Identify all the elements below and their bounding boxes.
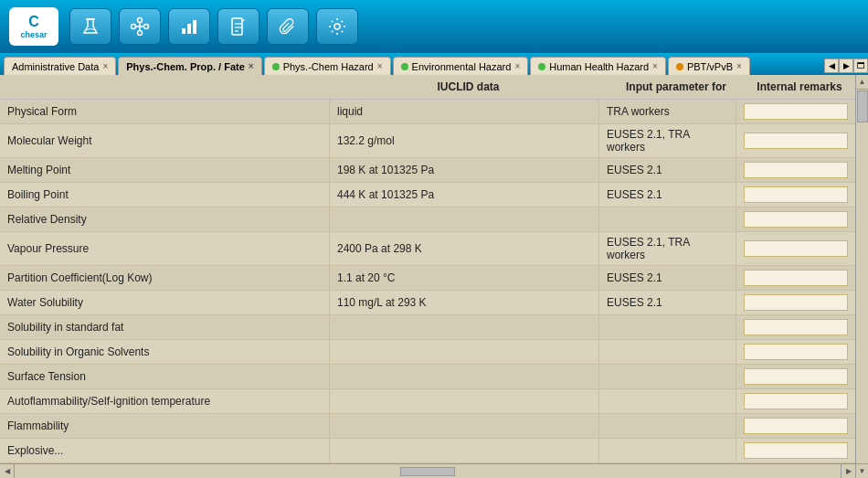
iuclid-sol-organic <box>329 340 598 364</box>
scroll-down-button[interactable]: ▼ <box>856 463 868 478</box>
horizontal-scrollbar[interactable]: ◀ ▶ <box>0 463 855 478</box>
property-explosive: Explosive... <box>0 439 329 462</box>
col-iuclid-header: IUCLID data <box>329 80 608 93</box>
remarks-partition-coeff <box>736 266 855 290</box>
vertical-scrollbar[interactable]: ▲ ▼ <box>855 75 868 478</box>
tabs-nav: ◀ ▶ 🗖 <box>824 58 868 75</box>
hscroll-thumb[interactable] <box>400 467 455 476</box>
tab-phys-hazard[interactable]: Phys.-Chem Hazard × <box>264 57 391 75</box>
structure-button[interactable] <box>119 8 161 45</box>
input-autoflam <box>598 389 736 413</box>
table-row: Explosive... <box>0 439 855 463</box>
tab-env-hazard[interactable]: Environmental Hazard × <box>393 57 529 75</box>
tab-health-hazard-close[interactable]: × <box>652 61 658 71</box>
svg-rect-8 <box>187 24 191 34</box>
remarks-molecular-weight-input[interactable] <box>744 133 848 149</box>
table-row: Surface Tension <box>0 365 855 389</box>
tab-pbt[interactable]: PBT/vPvB × <box>668 57 750 75</box>
property-melting-point: Melting Point <box>0 158 329 182</box>
input-surface-tension <box>598 365 736 388</box>
tab-env-hazard-close[interactable]: × <box>514 61 520 71</box>
table-row: Physical Form liquid TRA workers <box>0 100 855 124</box>
scroll-up-button[interactable]: ▲ <box>856 75 868 90</box>
clip-button[interactable] <box>267 8 309 45</box>
settings-button[interactable] <box>316 8 358 45</box>
remarks-explosive-input[interactable] <box>744 442 848 459</box>
scroll-left-button[interactable]: ◀ <box>0 464 15 478</box>
tab-health-hazard[interactable]: Human Health Hazard × <box>530 57 666 75</box>
hscroll-track <box>15 467 841 476</box>
logo-letter: C <box>20 14 47 30</box>
remarks-sol-std-fat-input[interactable] <box>744 319 848 335</box>
flask-button[interactable] <box>69 8 111 45</box>
remarks-physical-form-input[interactable] <box>744 103 848 120</box>
remarks-molecular-weight <box>736 124 855 157</box>
remarks-flammability-input[interactable] <box>744 418 848 434</box>
property-autoflam: Autoflammability/Self-ignition temperatu… <box>0 389 329 413</box>
tab-administrative-close[interactable]: × <box>102 61 108 71</box>
remarks-sol-std-fat <box>736 315 855 339</box>
svg-point-14 <box>334 24 340 29</box>
iuclid-autoflam <box>329 389 598 413</box>
chart-button[interactable] <box>168 8 210 45</box>
remarks-melting-point <box>736 158 855 182</box>
remarks-flammability <box>736 414 855 438</box>
input-flammability <box>598 414 736 438</box>
table-row: Water Solubility 110 mg/L at 293 K EUSES… <box>0 291 855 315</box>
logo: C chesar <box>9 7 58 46</box>
iuclid-sol-std-fat <box>329 315 598 339</box>
remarks-autoflam-input[interactable] <box>744 393 848 409</box>
tab-pbt-close[interactable]: × <box>736 61 742 71</box>
iuclid-melting-point: 198 K at 101325 Pa <box>329 158 598 182</box>
property-sol-organic: Solubility in Organic Solvents <box>0 340 329 364</box>
property-flammability: Flammability <box>0 414 329 438</box>
scroll-thumb[interactable] <box>857 90 868 122</box>
svg-point-2 <box>138 18 143 23</box>
col-input-header: Input parameter for <box>608 80 745 93</box>
tab-health-hazard-label: Human Health Hazard <box>549 61 649 72</box>
svg-rect-7 <box>182 28 185 34</box>
remarks-sol-organic-input[interactable] <box>744 344 848 360</box>
tab-phys-chem[interactable]: Phys.-Chem. Prop. / Fate × <box>118 57 261 75</box>
input-sol-organic <box>598 340 736 364</box>
table-row: Molecular Weight 132.2 g/mol EUSES 2.1, … <box>0 124 855 158</box>
scroll-right-button[interactable]: ▶ <box>841 464 855 478</box>
tab-phys-chem-close[interactable]: × <box>249 61 254 71</box>
tabs-maximize[interactable]: 🗖 <box>853 58 868 73</box>
table-row: Melting Point 198 K at 101325 Pa EUSES 2… <box>0 158 855 183</box>
property-surface-tension: Surface Tension <box>0 365 329 388</box>
remarks-boiling-point-input[interactable] <box>744 186 848 203</box>
tab-phys-hazard-label: Phys.-Chem Hazard <box>283 61 374 72</box>
table-row: Vapour Pressure 2400 Pa at 298 K EUSES 2… <box>0 232 855 266</box>
remarks-surface-tension-input[interactable] <box>744 368 848 385</box>
document-button[interactable] <box>217 8 259 45</box>
table-row: Solubility in standard fat <box>0 315 855 340</box>
svg-rect-10 <box>232 18 242 35</box>
tab-administrative[interactable]: Administrative Data × <box>4 57 116 75</box>
svg-point-3 <box>144 25 149 29</box>
remarks-partition-coeff-input[interactable] <box>744 270 848 286</box>
input-sol-std-fat <box>598 315 736 339</box>
tabs-next[interactable]: ▶ <box>839 58 853 73</box>
remarks-relative-density-input[interactable] <box>744 211 848 228</box>
tab-phys-hazard-close[interactable]: × <box>377 61 383 71</box>
remarks-melting-point-input[interactable] <box>744 162 848 178</box>
property-physical-form: Physical Form <box>0 100 329 123</box>
input-boiling-point: EUSES 2.1 <box>598 183 736 207</box>
iuclid-water-solubility: 110 mg/L at 293 K <box>329 291 598 314</box>
property-sol-std-fat: Solubility in standard fat <box>0 315 329 339</box>
input-relative-density <box>598 207 736 231</box>
tab-health-hazard-dot <box>538 63 545 70</box>
property-vapour-pressure: Vapour Pressure <box>0 232 329 265</box>
remarks-explosive <box>736 439 855 462</box>
iuclid-boiling-point: 444 K at 101325 Pa <box>329 183 598 207</box>
tab-pbt-label: PBT/vPvB <box>687 61 733 72</box>
tabs-prev[interactable]: ◀ <box>824 58 839 73</box>
remarks-water-solubility-input[interactable] <box>744 294 848 311</box>
table-row: Flammability <box>0 414 855 439</box>
iuclid-explosive <box>329 439 598 462</box>
tab-env-hazard-label: Environmental Hazard <box>412 61 512 72</box>
remarks-vapour-pressure-input[interactable] <box>744 240 848 257</box>
property-partition-coeff: Partition Coefficient(Log Kow) <box>0 266 329 290</box>
iuclid-surface-tension <box>329 365 598 388</box>
